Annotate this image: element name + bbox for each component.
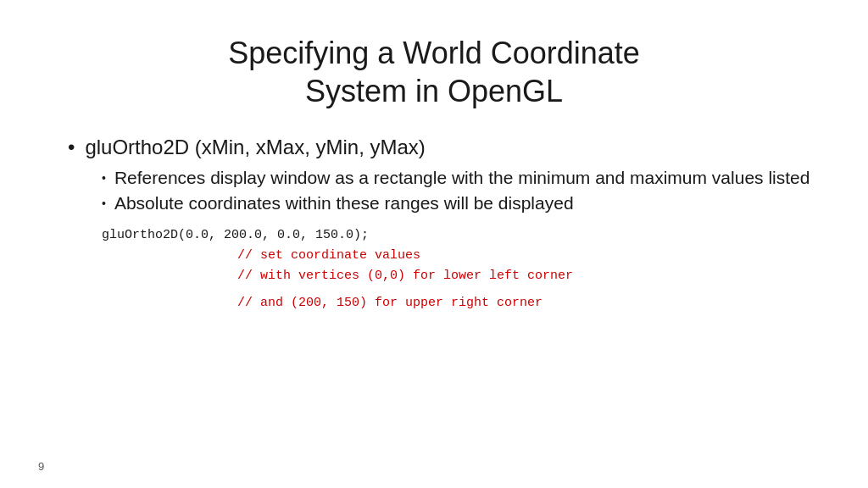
code-line-1-text: gluOrtho2D(0.0, 200.0, 0.0, 150.0);: [102, 228, 369, 242]
sub-bullet-2-marker: •: [102, 197, 106, 210]
sub-bullet-1-marker: •: [102, 171, 106, 185]
page-number: 9: [38, 460, 44, 473]
slide-content: • gluOrtho2D (xMin, xMax, yMin, yMax) • …: [51, 136, 817, 313]
sub-bullets-container: • References display window as a rectang…: [102, 168, 817, 214]
code-line-4: // and (200, 150) for upper right corner: [102, 293, 817, 313]
code-line-1: gluOrtho2D(0.0, 200.0, 0.0, 150.0);: [102, 225, 817, 246]
sub-bullet-2: • Absolute coordinates within these rang…: [102, 193, 817, 214]
code-line-3-text: // with vertices (0,0) for lower left co…: [237, 269, 573, 283]
sub-bullet-1-text: References display window as a rectangle…: [114, 168, 810, 188]
code-block: gluOrtho2D(0.0, 200.0, 0.0, 150.0); // s…: [102, 225, 817, 313]
bullet-1-text: gluOrtho2D (xMin, xMax, yMin, yMax): [85, 136, 425, 159]
sub-bullet-2-text: Absolute coordinates within these ranges…: [114, 193, 574, 214]
bullet-1-marker: •: [68, 136, 75, 159]
code-line-3: // with vertices (0,0) for lower left co…: [102, 266, 817, 286]
bullet-1: • gluOrtho2D (xMin, xMax, yMin, yMax): [68, 136, 817, 159]
code-line-2-text: // set coordinate values: [237, 248, 420, 263]
sub-bullet-1: • References display window as a rectang…: [102, 168, 817, 188]
slide: Specifying a World Coordinate System in …: [0, 0, 868, 488]
slide-title: Specifying a World Coordinate System in …: [51, 34, 817, 110]
code-line-4-text: // and (200, 150) for upper right corner: [237, 296, 542, 310]
code-line-2: // set coordinate values: [102, 246, 817, 266]
